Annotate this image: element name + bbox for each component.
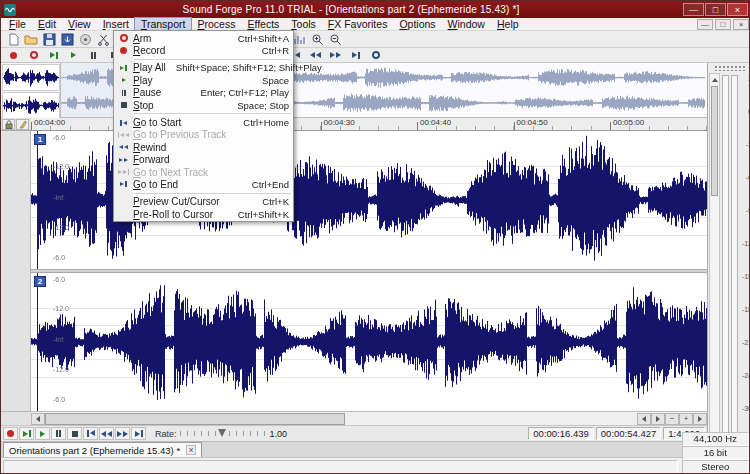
menu-item-preview-cut-cursor[interactable]: Preview Cut/CursorCtrl+K [114, 196, 293, 208]
menubar-item-view[interactable]: View [62, 18, 97, 31]
play-all-button[interactable] [45, 49, 62, 62]
rewind-button[interactable] [307, 49, 324, 62]
edit-tool-icon[interactable] [16, 119, 29, 130]
play-button[interactable] [65, 49, 82, 62]
go-to-start-button[interactable] [83, 427, 98, 440]
zoom-out-icon[interactable]: − [665, 413, 679, 425]
application-window: Sound Forge Pro 11.0 TRIAL - [Orientatio… [0, 0, 750, 474]
menu-item-play[interactable]: PlaySpace [114, 74, 293, 86]
arm-button[interactable] [25, 49, 42, 62]
cut-button[interactable] [94, 32, 112, 47]
zoom-selection-left-icon[interactable] [637, 413, 651, 425]
forward-button[interactable] [327, 49, 344, 62]
menubar-item-options[interactable]: Options [393, 18, 441, 31]
zoom-selection-right-icon[interactable] [651, 413, 665, 425]
menu-separator [134, 113, 291, 114]
scroll-left-icon[interactable] [31, 413, 45, 425]
menu-item-record[interactable]: RecordCtrl+R [114, 44, 293, 56]
waveform-channel-2[interactable] [31, 273, 707, 411]
horizontal-scrollbar-thumb[interactable] [45, 413, 345, 425]
rate-slider[interactable] [180, 428, 266, 439]
pause-button[interactable] [85, 49, 102, 62]
ruler-label: 00:04:00 [34, 118, 65, 127]
menu-item-arm[interactable]: ArmCtrl+Shift+A [114, 32, 293, 44]
menu-item-stop[interactable]: StopSpace; Stop [114, 99, 293, 111]
rewind-button[interactable] [99, 427, 114, 440]
channel-1-badge[interactable]: 1 [34, 134, 46, 145]
menu-item-label: Play All [133, 62, 166, 73]
menu-item-shortcut: Enter; Ctrl+F12; Play [201, 87, 289, 98]
titlebar[interactable]: Sound Forge Pro 11.0 TRIAL - [Orientatio… [1, 1, 750, 18]
scroll-up-icon[interactable] [711, 75, 718, 84]
menubar-item-process[interactable]: Process [191, 18, 241, 31]
go-to-end-button[interactable] [347, 49, 364, 62]
db-label: -6.0 [53, 134, 65, 141]
menubar-item-fx-favorites[interactable]: FX Favorites [322, 18, 394, 31]
menu-item-label: Play [133, 75, 252, 86]
menu-item-label: Go to Start [133, 117, 233, 128]
open-button[interactable] [22, 32, 40, 47]
thumbnail-waveform-channel-2[interactable] [2, 92, 60, 119]
scroll-right-icon[interactable] [693, 413, 707, 425]
vertical-scrollbar[interactable] [709, 73, 720, 453]
play-all-button[interactable] [19, 427, 34, 440]
db-label: -12.0 [53, 366, 69, 373]
menubar-item-edit[interactable]: Edit [32, 18, 62, 31]
new-file-button[interactable] [4, 32, 22, 47]
vertical-scrollbar-thumb[interactable] [711, 86, 718, 196]
extract-audio-button[interactable] [76, 32, 94, 47]
loop-playback-button[interactable] [367, 49, 384, 62]
minimize-button[interactable]: — [683, 3, 704, 16]
close-button[interactable]: × [727, 3, 748, 16]
menubar-item-tools[interactable]: Tools [285, 18, 322, 31]
forward-button[interactable] [115, 427, 130, 440]
save-button[interactable] [40, 32, 58, 47]
pause-button[interactable] [51, 427, 66, 440]
menubar-item-help[interactable]: Help [491, 18, 525, 31]
document-tab-bar: Orientations part 2 (Ephemeride 15.43) *… [1, 441, 707, 457]
zoom-in-button[interactable] [308, 32, 326, 47]
record-button[interactable] [3, 427, 18, 440]
menubar-item-window[interactable]: Window [442, 18, 491, 31]
play-icon [114, 78, 133, 82]
menu-item-rewind[interactable]: Rewind [114, 141, 293, 153]
document-tab[interactable]: Orientations part 2 (Ephemeride 15.43) *… [3, 442, 202, 457]
maximize-button[interactable]: □ [705, 3, 726, 16]
lock-icon[interactable] [2, 119, 15, 130]
meter-bar-right [731, 75, 738, 441]
zoom-in-icon[interactable]: + [679, 413, 693, 425]
menu-item-pause[interactable]: PauseEnter; Ctrl+F12; Play [114, 87, 293, 99]
meter-grip-handle[interactable] [714, 65, 745, 71]
menu-item-go-to-end[interactable]: Go to EndCtrl+End [114, 178, 293, 190]
tab-close-icon[interactable]: × [186, 445, 196, 455]
play-button[interactable] [35, 427, 50, 440]
menu-item-go-to-next-track[interactable]: Go to Next Track [114, 166, 293, 178]
ruler-label: 00:04:50 [517, 118, 548, 127]
menu-item-label: Record [133, 45, 252, 56]
stop-button[interactable] [67, 427, 82, 440]
menubar-item-transport[interactable]: Transport [135, 18, 192, 31]
record-button[interactable] [5, 49, 22, 62]
mdi-restore-button[interactable]: □ [715, 19, 731, 30]
mdi-minimize-button[interactable]: — [697, 19, 713, 30]
statusbar: 44,100 Hz16 bitStereo00:07:46.99411,401.… [1, 457, 750, 474]
window-controls: —□× [682, 3, 748, 16]
horizontal-scrollbar[interactable]: −+ [31, 411, 707, 425]
menu-item-play-all[interactable]: Play AllShift+Space; Shift+F12; Shift+Pl… [114, 62, 293, 74]
rate-slider-thumb[interactable] [218, 429, 226, 437]
menu-item-go-to-start[interactable]: Go to StartCtrl+Home [114, 116, 293, 128]
thumbnail-waveform-channel-1[interactable] [2, 64, 60, 91]
go-to-end-button[interactable] [131, 427, 146, 440]
menubar-item-insert[interactable]: Insert [97, 18, 135, 31]
menu-item-forward[interactable]: Forward [114, 154, 293, 166]
menu-item-pre-roll-to-cursor[interactable]: Pre-Roll to CursorCtrl+Shift+K [114, 208, 293, 220]
zoom-out-button[interactable] [326, 32, 344, 47]
channel-2-badge[interactable]: 2 [34, 276, 46, 287]
menubar-item-file[interactable]: File [3, 18, 32, 31]
mdi-close-button[interactable]: × [733, 19, 749, 30]
menu-item-go-to-previous-track[interactable]: Go to Previous Track [114, 129, 293, 141]
ruler-label: 00:04:30 [324, 118, 355, 127]
menubar-item-effects[interactable]: Effects [241, 18, 285, 31]
render-as-button[interactable] [58, 32, 76, 47]
menu-item-shortcut: Space [262, 75, 289, 86]
